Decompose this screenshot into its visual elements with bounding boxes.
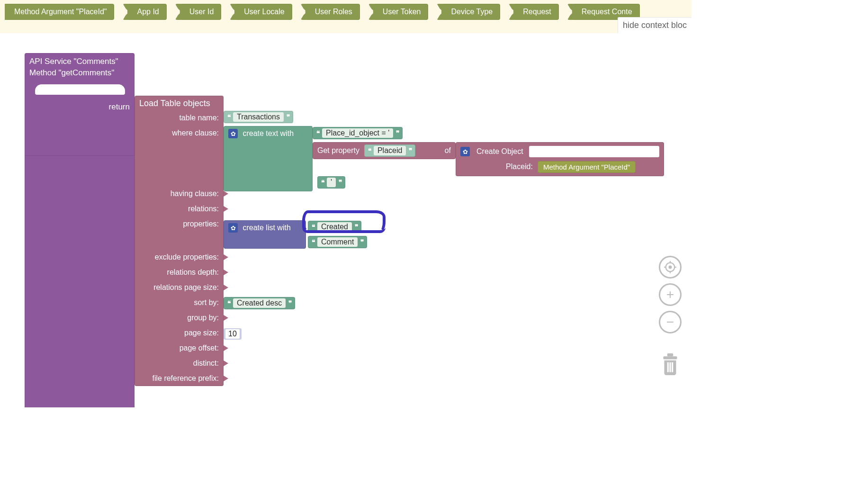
get-property-block[interactable]: Get property ❝ Placeid ❞ of [313, 142, 456, 159]
property-name-value[interactable]: Placeid [374, 146, 406, 155]
quote-close-icon: ❞ [355, 223, 358, 231]
sort-by-value[interactable]: Created desc [233, 298, 286, 308]
context-block-app-id[interactable]: App Id [127, 4, 166, 20]
context-block-user-roles[interactable]: User Roles [305, 4, 360, 20]
load-table-title: Load Table objects [135, 96, 224, 110]
where-literal-block[interactable]: ❝ Place_id_object = ' ❞ [313, 127, 403, 139]
method-argument-placeid-ref[interactable]: Method Argument "PlaceId" [538, 161, 636, 173]
of-label: of [445, 146, 451, 155]
svg-rect-7 [667, 353, 673, 356]
quote-close-icon: ❞ [396, 129, 399, 137]
quote-open-icon: ❝ [227, 113, 230, 121]
svg-rect-10 [672, 362, 673, 372]
context-bar: Method Argument "PlaceId" App Id User Id… [0, 0, 691, 33]
property-name-block[interactable]: ❝ Placeid ❞ [364, 144, 415, 157]
closing-quote-block[interactable]: ❝ ' ❞ [317, 176, 345, 189]
service-title: API Service "Comments" [29, 56, 130, 67]
workspace-canvas[interactable]: API Service "Comments" Method "getCommen… [0, 33, 691, 407]
gear-icon[interactable]: ✿ [460, 147, 470, 156]
gear-icon[interactable]: ✿ [228, 223, 238, 233]
list-item-created-value[interactable]: Created [317, 222, 352, 232]
list-item-comment-value[interactable]: Comment [317, 237, 358, 247]
create-object-empty-slot[interactable] [529, 146, 659, 157]
row-page-size: page size: [135, 325, 224, 341]
quote-open-icon: ❝ [368, 147, 371, 154]
api-service-block[interactable]: API Service "Comments" Method "getCommen… [25, 53, 135, 159]
row-distinct: distinct: [135, 356, 224, 371]
create-object-label: Create Object [476, 147, 523, 156]
row-having-clause: having clause: [135, 186, 224, 201]
zoom-in-button[interactable]: + [659, 283, 682, 306]
quote-open-icon: ❝ [312, 223, 314, 231]
row-page-offset: page offset: [135, 341, 224, 356]
context-block-user-id[interactable]: User Id [180, 4, 222, 20]
quote-open-icon: ❝ [316, 129, 319, 137]
service-body-notch [35, 84, 125, 95]
create-text-with-block[interactable]: ✿ create text with [224, 126, 313, 191]
row-properties: properties: [135, 216, 224, 250]
trash-button[interactable] [658, 352, 682, 376]
load-table-objects-block[interactable]: Load Table objects table name: where cla… [135, 96, 224, 386]
create-text-with-label: create text with [242, 129, 294, 137]
create-object-key: Placeid: [506, 162, 533, 171]
table-name-value-block[interactable]: ❝ Transactions ❞ [224, 111, 293, 123]
list-item-created-block[interactable]: ❝ Created ❞ [308, 221, 361, 233]
quote-close-icon: ❞ [409, 147, 412, 154]
quote-close-icon: ❞ [287, 113, 289, 121]
quote-open-icon: ❝ [312, 238, 314, 246]
row-relations: relations: [135, 201, 224, 216]
create-list-with-label: create list with [242, 224, 290, 232]
page-size-value[interactable]: 10 [225, 329, 240, 339]
context-block-request[interactable]: Request [513, 4, 559, 20]
closing-quote-value[interactable]: ' [327, 178, 336, 187]
create-object-block[interactable]: ✿ Create Object Placeid: Method Argument… [456, 142, 664, 176]
row-relations-page-size: relations page size: [135, 280, 224, 295]
context-block-method-argument-placeid[interactable]: Method Argument "PlaceId" [5, 4, 114, 20]
quote-close-icon: ❞ [288, 299, 291, 307]
svg-rect-8 [667, 362, 669, 372]
table-name-value[interactable]: Transactions [233, 112, 284, 122]
zoom-out-button[interactable]: − [659, 311, 682, 333]
context-block-user-token[interactable]: User Token [373, 4, 429, 20]
row-relations-depth: relations depth: [135, 265, 224, 280]
create-list-with-block[interactable]: ✿ create list with [224, 220, 306, 249]
row-table-name: table name: [135, 110, 224, 126]
row-exclude-properties: exclude properties: [135, 250, 224, 265]
context-block-user-locale[interactable]: User Locale [234, 4, 292, 20]
where-literal-value[interactable]: Place_id_object = ' [322, 128, 393, 138]
row-group-by: group by: [135, 310, 224, 325]
api-service-block-tail[interactable] [25, 155, 135, 407]
workspace-tools: + − [658, 256, 682, 376]
get-property-label: Get property [317, 146, 359, 155]
svg-point-1 [669, 266, 672, 269]
sort-by-value-block[interactable]: ❝ Created desc ❞ [224, 297, 295, 309]
list-item-comment-block[interactable]: ❝ Comment ❞ [308, 236, 367, 248]
return-label: return [109, 102, 130, 112]
gear-icon[interactable]: ✿ [228, 129, 238, 138]
row-file-reference-prefix: file reference prefix: [135, 371, 224, 386]
quote-close-icon: ❞ [360, 238, 363, 246]
quote-open-icon: ❝ [321, 179, 324, 186]
row-where-clause: where clause: [135, 126, 224, 186]
page-size-value-block[interactable]: 10 [224, 328, 242, 340]
context-blocks: Method Argument "PlaceId" App Id User Id… [5, 4, 687, 20]
hide-context-blocks-link[interactable]: hide context bloc [618, 17, 691, 33]
quote-open-icon: ❝ [227, 299, 230, 307]
quote-close-icon: ❞ [339, 179, 341, 186]
svg-rect-9 [669, 362, 671, 372]
context-block-device-type[interactable]: Device Type [441, 4, 500, 20]
row-sort-by: sort by: [135, 295, 224, 310]
svg-rect-6 [663, 356, 677, 359]
center-view-button[interactable] [659, 256, 682, 279]
service-method: Method "getComments" [29, 67, 130, 79]
